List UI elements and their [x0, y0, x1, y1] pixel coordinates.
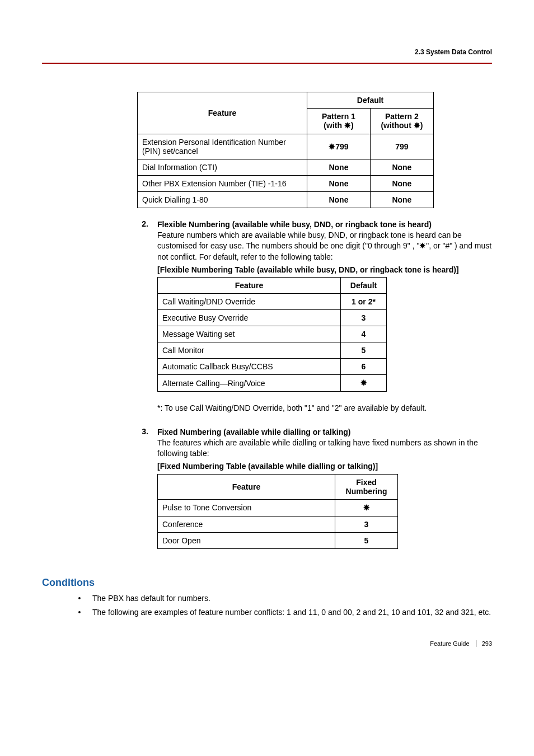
th-pattern1: Pattern 1 (with ✸): [307, 109, 371, 134]
table3-title: [Fixed Numbering Table (available while …: [157, 461, 492, 472]
list-item: •The PBX has default for numbers.: [78, 593, 492, 604]
cell-feature: Other PBX Extension Number (TIE) -1-16: [138, 176, 307, 192]
star-icon: ✸: [329, 143, 335, 151]
star-icon: ✸: [360, 379, 367, 387]
th-pattern2: Pattern 2 (without ✸): [370, 109, 433, 134]
th-fixed: Fixed Numbering: [335, 474, 398, 499]
th-default: Default: [341, 278, 387, 294]
item3-title: Fixed Numbering (available while diallin…: [157, 428, 350, 436]
item2-title: Flexible Numbering (available while busy…: [157, 220, 432, 229]
list-body: Fixed Numbering (available while diallin…: [157, 427, 492, 560]
cell-default: 3: [341, 310, 387, 326]
table-feature-default: Feature Default Pattern 1 (with ✸) Patte…: [137, 92, 434, 208]
cell-pattern2: 799: [370, 134, 433, 159]
cell-feature: Call Waiting/DND Override: [158, 294, 341, 310]
table-flexible-numbering: Feature Default Call Waiting/DND Overrid…: [157, 277, 387, 392]
list-item-2: 2. Flexible Numbering (available while b…: [137, 219, 492, 416]
list-number: 2.: [137, 219, 148, 416]
cell-feature: Call Monitor: [158, 342, 341, 359]
table-fixed-numbering: Feature Fixed Numbering Pulse to Tone Co…: [157, 474, 398, 549]
cell-value: 5: [335, 532, 398, 548]
star-icon: ✸: [419, 242, 426, 250]
th-feature: Feature: [158, 278, 341, 294]
list-body: Flexible Numbering (available while busy…: [157, 219, 492, 416]
list-number: 3.: [137, 427, 148, 560]
header-rule: [42, 63, 492, 64]
conditions-heading: Conditions: [42, 577, 492, 589]
cell-default: 1 or 2*: [341, 294, 387, 310]
cell-default: ✸: [341, 375, 387, 392]
conditions-list: •The PBX has default for numbers.•The fo…: [78, 593, 492, 618]
list-item-3: 3. Fixed Numbering (available while dial…: [137, 427, 492, 560]
cell-feature: Pulse to Tone Conversion: [158, 499, 335, 516]
footer-guide: Feature Guide: [430, 640, 469, 647]
cell-pattern2: None: [370, 176, 433, 192]
table-row: Automatic Callback Busy/CCBS6: [158, 359, 387, 375]
condition-text: The following are examples of feature nu…: [92, 607, 491, 618]
document-page: 2.3 System Data Control Feature Default …: [0, 0, 534, 664]
cell-feature: Executive Busy Override: [158, 310, 341, 326]
condition-text: The PBX has default for numbers.: [92, 593, 210, 604]
th-feature: Feature: [138, 92, 307, 134]
star-icon: ✸: [363, 504, 370, 512]
cell-feature: Conference: [158, 516, 335, 532]
table-row: Pulse to Tone Conversion✸: [158, 499, 398, 516]
table2-title: [Flexible Numbering Table (available whi…: [157, 265, 492, 275]
cell-pattern1: ✸799: [307, 134, 371, 159]
th-feature: Feature: [158, 474, 335, 499]
table-row: Call Monitor5: [158, 342, 387, 359]
item2-body: Feature numbers which are available whil…: [157, 231, 491, 261]
cell-pattern1: None: [307, 176, 371, 192]
table-row: Call Waiting/DND Override1 or 2*: [158, 294, 387, 310]
table2-footnote: *: To use Call Waiting/DND Override, bot…: [157, 403, 492, 414]
item3-body: The features which are available while d…: [157, 438, 478, 458]
cell-default: 6: [341, 359, 387, 375]
star-icon: ✸: [344, 121, 351, 130]
cell-feature: Automatic Callback Busy/CCBS: [158, 359, 341, 375]
cell-default: 4: [341, 326, 387, 342]
cell-feature: Door Open: [158, 532, 335, 548]
footer-page: 293: [476, 640, 492, 647]
cell-feature: Alternate Calling—Ring/Voice: [158, 375, 341, 392]
page-footer: Feature Guide 293: [42, 640, 492, 647]
cell-feature: Extension Personal Identification Number…: [138, 134, 307, 159]
cell-pattern1: None: [307, 192, 371, 208]
cell-value: ✸: [335, 499, 398, 516]
cell-pattern1: None: [307, 159, 371, 176]
list-item: •The following are examples of feature n…: [78, 607, 492, 618]
table2-body: Call Waiting/DND Override1 or 2*Executiv…: [158, 294, 387, 392]
table1-body: Extension Personal Identification Number…: [138, 134, 434, 208]
star-icon: ✸: [414, 121, 420, 130]
th-default: Default: [307, 92, 434, 109]
table-row: Extension Personal Identification Number…: [138, 134, 434, 159]
content-block: Feature Default Pattern 1 (with ✸) Patte…: [137, 92, 492, 560]
cell-feature: Quick Dialling 1-80: [138, 192, 307, 208]
cell-pattern2: None: [370, 192, 433, 208]
table-row: Door Open5: [158, 532, 398, 548]
table-row: Dial Information (CTI)NoneNone: [138, 159, 434, 176]
bullet-icon: •: [78, 607, 81, 618]
cell-feature: Dial Information (CTI): [138, 159, 307, 176]
cell-value: 3: [335, 516, 398, 532]
table-row: Quick Dialling 1-80NoneNone: [138, 192, 434, 208]
table-row: Executive Busy Override3: [158, 310, 387, 326]
section-header: 2.3 System Data Control: [415, 48, 492, 56]
table-row: Alternate Calling—Ring/Voice✸: [158, 375, 387, 392]
table-row: Conference3: [158, 516, 398, 532]
table3-body: Pulse to Tone Conversion✸Conference3Door…: [158, 499, 398, 548]
bullet-icon: •: [78, 593, 81, 604]
table-row: Message Waiting set4: [158, 326, 387, 342]
cell-pattern2: None: [370, 159, 433, 176]
cell-default: 5: [341, 342, 387, 359]
table-row: Other PBX Extension Number (TIE) -1-16No…: [138, 176, 434, 192]
cell-feature: Message Waiting set: [158, 326, 341, 342]
